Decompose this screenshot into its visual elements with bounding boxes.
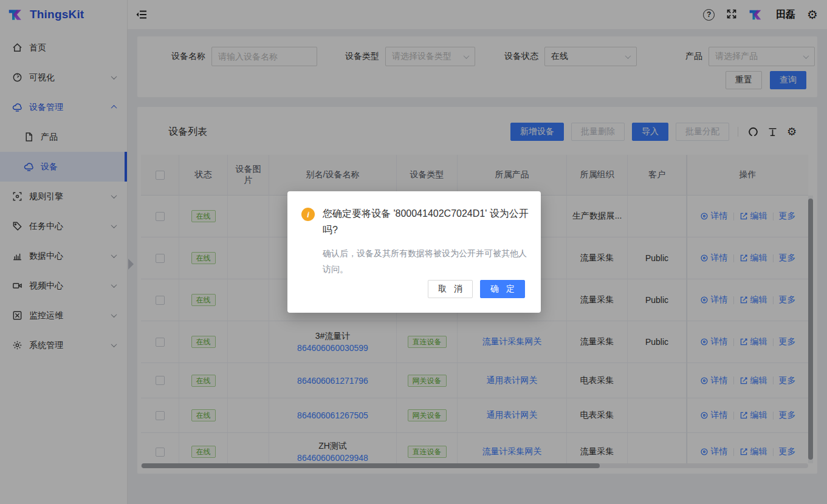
app-root: ThingsKit 首页 可视化 设备管理 产品 设备 规则引擎 任务中心 数据… bbox=[0, 0, 827, 504]
confirm-button[interactable]: 确 定 bbox=[480, 280, 525, 298]
info-icon: i bbox=[301, 208, 315, 221]
dialog-footer: 取 消 确 定 bbox=[428, 280, 525, 298]
dialog-title: 您确定要将设备 '800041402C7024D1' 设为公开吗? bbox=[323, 205, 532, 238]
dialog-body-text: 确认后，设备及其所有数据将被设为公开并可被其他人访问。 bbox=[323, 245, 534, 277]
cancel-button[interactable]: 取 消 bbox=[428, 280, 473, 298]
confirm-dialog: i 您确定要将设备 '800041402C7024D1' 设为公开吗? 确认后，… bbox=[287, 191, 541, 313]
